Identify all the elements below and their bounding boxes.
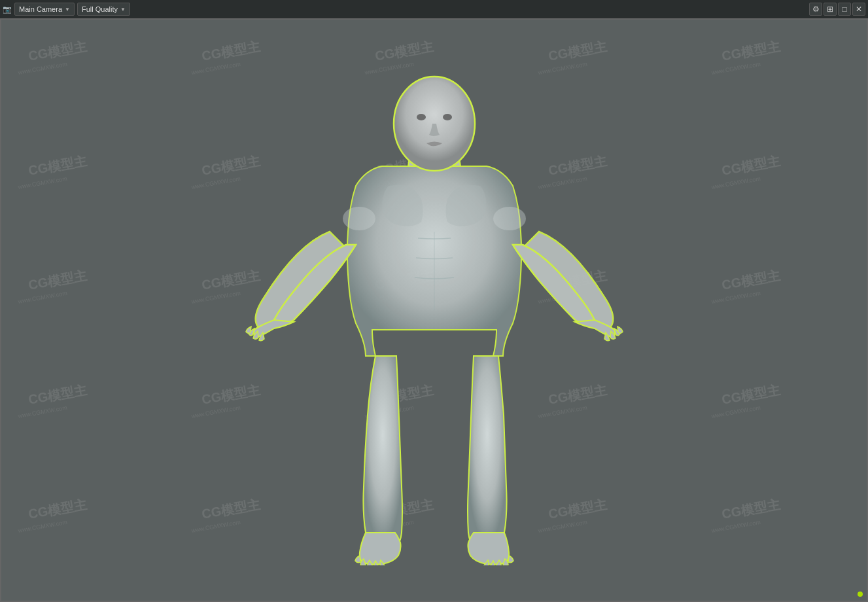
maximize-icon: □ xyxy=(842,5,846,14)
expand-button[interactable]: ⊞ xyxy=(824,3,837,16)
settings-button[interactable]: ⚙ xyxy=(809,3,822,16)
camera-dropdown[interactable]: Main Camera ▼ xyxy=(14,3,75,16)
maximize-button[interactable]: □ xyxy=(838,3,851,16)
svg-point-7 xyxy=(343,207,375,230)
viewport[interactable]: CG模型主 www.CGMXW.com xyxy=(0,18,868,602)
toolbar: 📷 Main Camera ▼ Full Quality ▼ ⚙ ⊞ □ ✕ xyxy=(0,0,868,18)
quality-dropdown[interactable]: Full Quality ▼ xyxy=(77,3,130,16)
quality-dropdown-arrow: ▼ xyxy=(120,7,126,12)
quality-label: Full Quality xyxy=(82,5,118,13)
svg-point-5 xyxy=(443,114,452,120)
toolbar-icon-group: ⚙ ⊞ □ ✕ xyxy=(809,3,865,16)
expand-icon: ⊞ xyxy=(827,5,833,14)
svg-point-4 xyxy=(417,114,426,120)
settings-icon: ⚙ xyxy=(812,5,820,14)
figure-svg xyxy=(245,55,624,565)
corner-dot-indicator xyxy=(858,592,863,597)
camera-dropdown-arrow: ▼ xyxy=(65,7,70,12)
figure-container xyxy=(245,55,624,565)
camera-label: Main Camera xyxy=(19,5,62,13)
close-button[interactable]: ✕ xyxy=(852,3,865,16)
close-icon: ✕ xyxy=(856,5,862,14)
camera-icon: 📷 xyxy=(3,5,12,14)
svg-point-8 xyxy=(493,207,526,230)
